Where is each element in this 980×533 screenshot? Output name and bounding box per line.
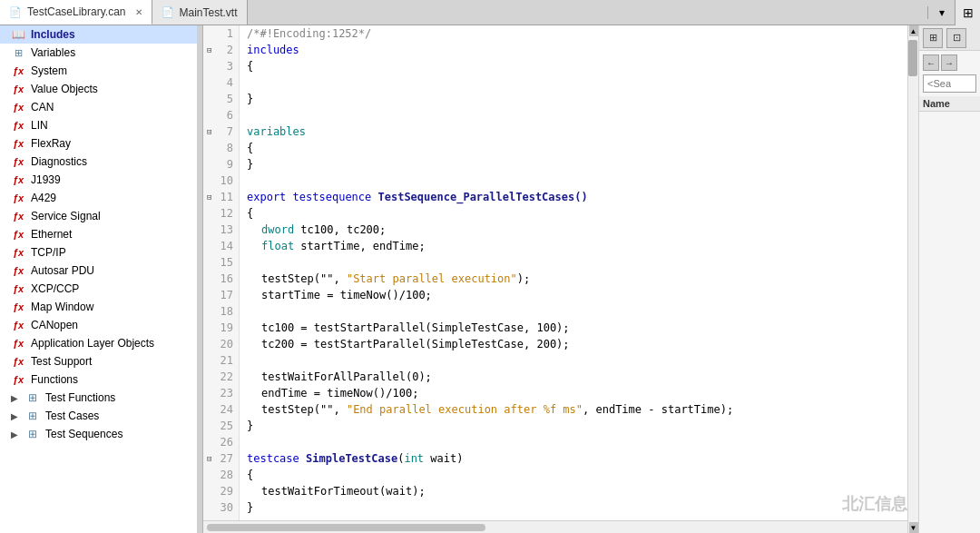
kw-export: export [247, 189, 293, 205]
scrollbar-thumb[interactable] [908, 40, 917, 76]
fx-icon-flexray: ƒx [11, 136, 25, 151]
sidebar-label-autosar: Autosar PDU [31, 264, 94, 277]
sidebar-item-can[interactable]: ƒx CAN [0, 98, 197, 116]
fold-icon-7[interactable]: ⊟ [207, 127, 211, 136]
code-line-30: } [240, 499, 907, 516]
sidebar-item-functions[interactable]: ƒx Functions [0, 370, 197, 389]
can-file-icon: 📄 [9, 6, 22, 18]
ln-26: 26 [203, 434, 239, 450]
ln-17: 17 [203, 287, 239, 303]
brace-close-1: } [247, 91, 253, 107]
sidebar-label-variables: Variables [31, 46, 75, 59]
right-panel-toolbar: ⊞ ⊡ [919, 25, 980, 51]
sidebar-item-a429[interactable]: ƒx A429 [0, 189, 197, 207]
sidebar-item-xcp[interactable]: ƒx XCP/CCP [0, 280, 197, 298]
code-line-11: export testsequence TestSequence_Paralle… [240, 189, 907, 205]
type-dword: dword [261, 222, 300, 238]
expand-arrow-test-cases[interactable]: ▶ [11, 411, 18, 421]
sidebar-label-system: System [31, 64, 67, 77]
str-end-parallel: "End parallel execution after %f ms" [347, 401, 583, 418]
panel-button[interactable]: ⊞ [955, 0, 980, 25]
code-line-26 [240, 434, 907, 450]
fold-icon-11[interactable]: ⊟ [207, 192, 211, 202]
sidebar-item-ethernet[interactable]: ƒx Ethernet [0, 225, 197, 243]
panel-expand-button[interactable]: ⊡ [946, 28, 966, 48]
ln-16: 16 [203, 271, 239, 287]
sidebar: 📖 Includes ⊞ Variables ƒx System ƒx Valu… [0, 25, 198, 533]
sidebar-item-lin[interactable]: ƒx LIN [0, 116, 197, 134]
scroll-up-button[interactable]: ▲ [909, 25, 918, 36]
right-panel-name-header: Name [919, 96, 980, 112]
scroll-down-button[interactable]: ▼ [909, 522, 918, 533]
sidebar-item-system[interactable]: ƒx System [0, 62, 197, 80]
fx-icon-service: ƒx [11, 209, 25, 223]
tab-maintest[interactable]: 📄 MainTest.vtt [152, 0, 248, 25]
sidebar-item-includes[interactable]: 📖 Includes [0, 25, 197, 44]
brace-close-3: } [247, 418, 253, 434]
tab-bar: 📄 TestCaseLibrary.can ✕ 📄 MainTest.vtt ▾… [0, 0, 980, 25]
var-time: startTime, endTime; [300, 238, 425, 254]
tab-overflow-button[interactable]: ▾ [927, 6, 955, 19]
ln-13: 13 [203, 222, 239, 238]
ln-6: 6 [203, 107, 239, 123]
code-line-17: startTime = timeNow()/100; [240, 287, 907, 303]
call-teststep-2: testStep("", [261, 401, 347, 418]
sidebar-item-value-objects[interactable]: ƒx Value Objects [0, 80, 197, 98]
name-label: Name [923, 98, 950, 109]
horizontal-scrollbar-thumb[interactable] [207, 524, 485, 531]
search-input[interactable] [923, 74, 976, 93]
ln-1: 1 [203, 25, 239, 42]
code-text[interactable]: /*#!Encoding:1252*/ includes { } variabl… [240, 25, 907, 520]
fn-name-simpletestcase: SimpleTestCase [306, 450, 397, 467]
fx-icon-ethernet: ƒx [11, 227, 25, 242]
code-container[interactable]: 1 ⊟2 3 4 5 6 ⊟7 8 9 10 ⊟11 12 13 14 15 1… [203, 25, 907, 520]
sidebar-item-test-support[interactable]: ƒx Test Support [0, 352, 197, 370]
ln-12: 12 [203, 205, 239, 222]
sidebar-item-diagnostics[interactable]: ƒx Diagnostics [0, 153, 197, 171]
fx-icon-lin: ƒx [11, 118, 25, 133]
folder-icon-test-functions: ⊞ [25, 390, 40, 405]
sidebar-label-test-functions: Test Functions [45, 391, 115, 404]
stmt-waitall: testWaitForAllParallel(0); [261, 369, 432, 385]
code-line-2: includes [240, 42, 907, 58]
sidebar-item-application-layer[interactable]: ƒx Application Layer Objects [0, 334, 197, 352]
sidebar-label-map: Map Window [31, 301, 93, 313]
code-line-29: testWaitForTimeout(wait); [240, 483, 907, 499]
code-line-3: { [240, 58, 907, 74]
sidebar-item-test-sequences[interactable]: ▶ ⊞ Test Sequences [0, 425, 197, 443]
arrow-right-button[interactable]: → [941, 54, 957, 71]
fx-icon-system: ƒx [11, 64, 25, 78]
tab-label-2: MainTest.vtt [180, 6, 238, 19]
code-line-1: /*#!Encoding:1252*/ [240, 25, 907, 42]
fx-icon-app: ƒx [11, 336, 25, 350]
ln-20: 20 [203, 336, 239, 352]
sidebar-item-service-signal[interactable]: ƒx Service Signal [0, 207, 197, 225]
bottom-scrollbar[interactable] [203, 520, 907, 533]
sidebar-item-canopen[interactable]: ƒx CANopen [0, 316, 197, 334]
sidebar-item-variables[interactable]: ⊞ Variables [0, 44, 197, 62]
fx-icon-canopen: ƒx [11, 318, 25, 332]
sidebar-item-flexray[interactable]: ƒx FlexRay [0, 134, 197, 153]
code-line-5: } [240, 91, 907, 107]
sidebar-item-test-cases[interactable]: ▶ ⊞ Test Cases [0, 407, 197, 425]
panel-icon-button[interactable]: ⊞ [923, 28, 943, 48]
expand-arrow-test-functions[interactable]: ▶ [11, 393, 18, 403]
sidebar-item-test-functions[interactable]: ▶ ⊞ Test Functions [0, 389, 197, 407]
expand-arrow-test-sequences[interactable]: ▶ [11, 429, 18, 439]
fold-icon-27[interactable]: ⊟ [207, 454, 211, 463]
fold-icon-2[interactable]: ⊟ [207, 45, 211, 54]
tab-testcase-library[interactable]: 📄 TestCaseLibrary.can ✕ [0, 0, 152, 25]
fx-icon-diag: ƒx [11, 154, 25, 169]
ln-29: 29 [203, 483, 239, 499]
call-teststep-1: testStep("", [261, 271, 347, 287]
arrow-left-button[interactable]: ← [923, 54, 939, 71]
sidebar-item-autosar[interactable]: ƒx Autosar PDU [0, 262, 197, 280]
sidebar-item-tcp-ip[interactable]: ƒx TCP/IP [0, 243, 197, 262]
line-numbers: 1 ⊟2 3 4 5 6 ⊟7 8 9 10 ⊟11 12 13 14 15 1… [203, 25, 240, 520]
tab-close-1[interactable]: ✕ [135, 7, 142, 17]
sidebar-item-map-window[interactable]: ƒx Map Window [0, 298, 197, 316]
ln-15: 15 [203, 254, 239, 271]
code-line-23: endTime = timeNow()/100; [240, 385, 907, 401]
sidebar-item-j1939[interactable]: ƒx J1939 [0, 171, 197, 189]
vertical-scrollbar[interactable]: ▲ ▼ [907, 25, 918, 533]
